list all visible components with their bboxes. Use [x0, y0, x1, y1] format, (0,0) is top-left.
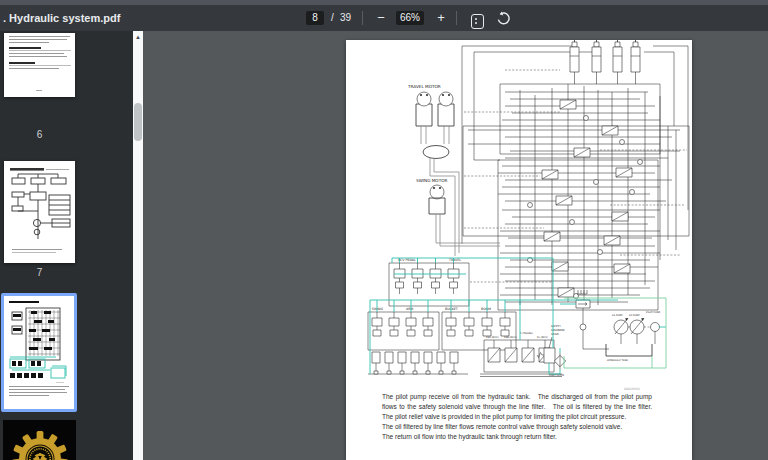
svg-text:SAFETY: SAFETY	[551, 325, 561, 328]
svg-text:RCV PEDAL: RCV PEDAL	[398, 258, 416, 262]
rotate-ccw-icon	[496, 11, 511, 26]
page-6-label: 6	[4, 129, 75, 140]
svg-text:A1 PUMP: A1 PUMP	[612, 314, 623, 317]
svg-text:HYDRAULIC TANK: HYDRAULIC TANK	[607, 359, 628, 362]
svg-text:PILOT PUMP: PILOT PUMP	[646, 311, 661, 314]
svg-text:P (TRAVEL): P (TRAVEL)	[520, 332, 533, 335]
fit-page-icon	[471, 14, 484, 29]
page-number-input[interactable]: 8	[306, 11, 324, 25]
svg-text:PSA (MCV): PSA (MCV)	[486, 336, 499, 339]
document-title: . Hydraulic system.pdf	[3, 5, 120, 31]
zoom-out-button[interactable]: −	[371, 8, 391, 28]
pilot-relief-valve	[576, 290, 609, 349]
thumbnail-page-7[interactable]	[4, 161, 75, 263]
svg-text:BOOM: BOOM	[481, 307, 491, 311]
hydraulic-tank-symbol	[606, 344, 652, 356]
swivel-joint	[423, 146, 449, 159]
sidebar-scrollbar[interactable]: ▲	[133, 31, 143, 460]
toolbar-separator	[362, 11, 363, 25]
pump-group: A1 PUMP A2 PUMP PILOT PUMP HYDRAULIC TAN…	[606, 311, 661, 362]
svg-text:A2 PUMP: A2 PUMP	[629, 314, 640, 317]
scrollbar-thumb[interactable]	[134, 103, 142, 141]
page-8-schematic-preview	[4, 296, 74, 409]
hydraulic-circuit-diagram: TRAVEL MOTOR SWING MOTOR	[346, 40, 692, 396]
svg-text:VALVE: VALVE	[551, 333, 559, 336]
travel-motor-symbol: TRAVEL MOTOR	[407, 84, 459, 256]
page-7-label: 7	[4, 267, 75, 278]
document-viewport[interactable]: TRAVEL MOTOR SWING MOTOR	[143, 31, 768, 460]
scrollbar-up-arrow[interactable]: ▲	[133, 31, 143, 44]
svg-text:TRAVEL: TRAVEL	[448, 258, 461, 262]
svg-text:PSB (MCV): PSB (MCV)	[504, 336, 517, 339]
thumbnail-page-8-selected[interactable]	[1, 293, 77, 412]
page-7-flowchart-preview	[4, 161, 75, 263]
pdf-toolbar: . Hydraulic system.pdf 8 / 39 − 66% +	[0, 5, 768, 32]
rotate-button[interactable]	[493, 8, 513, 28]
paragraph-1: The pilot pump receive oil from the hydr…	[382, 392, 652, 422]
thumbnail-page-6[interactable]	[4, 33, 75, 97]
reducing-valve-row	[368, 352, 468, 374]
cylinder-symbols	[570, 40, 640, 84]
thumbnail-sidebar: 6	[0, 31, 133, 460]
svg-text:TRAVEL MOTOR: TRAVEL MOTOR	[407, 84, 441, 89]
figure-code: S0A3HC02	[624, 387, 640, 391]
pdf-viewer-window: . Hydraulic system.pdf 8 / 39 − 66% +	[0, 0, 768, 460]
page-divider: /	[331, 11, 334, 25]
svg-text:SWING MOTOR: SWING MOTOR	[416, 178, 448, 183]
paragraph-3: The return oil flow into the hydraulic t…	[382, 432, 652, 442]
toolbar-separator	[456, 11, 457, 25]
pdf-page-8: TRAVEL MOTOR SWING MOTOR	[346, 40, 692, 460]
rcv-pedal-travel-group: RCV PEDAL TRAVEL	[389, 258, 469, 306]
thumbnail-logo-page[interactable]	[3, 420, 76, 460]
return-circuit-highlight	[564, 298, 666, 368]
svg-text:PL (MCV): PL (MCV)	[537, 336, 548, 339]
page-total: 39	[340, 11, 351, 25]
svg-text:ARM: ARM	[406, 307, 413, 311]
valve-block-frame	[462, 46, 689, 310]
gold-gear-eagle-logo	[3, 420, 76, 460]
zoom-level-badge[interactable]: 66%	[396, 11, 424, 25]
paragraph-2: The oil filtered by line filter flows re…	[382, 422, 652, 432]
pilot-pump-symbol	[651, 323, 660, 332]
svg-text:SWING: SWING	[372, 307, 383, 311]
fit-page-button[interactable]	[467, 8, 487, 28]
zoom-in-button[interactable]: +	[431, 8, 451, 28]
page-body-text: The pilot pump receive oil from the hydr…	[382, 392, 652, 441]
